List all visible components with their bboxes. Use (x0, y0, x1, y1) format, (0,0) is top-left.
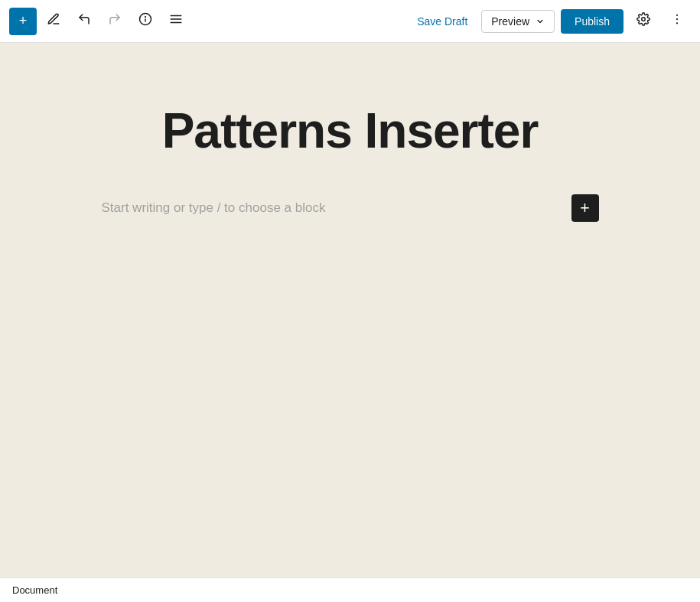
editor-content: Patterns Inserter Start writing or type … (102, 104, 599, 228)
list-view-button[interactable] (162, 8, 190, 35)
tools-button[interactable] (40, 8, 67, 35)
toolbar-right: Save Draft Preview Publish (409, 8, 691, 35)
settings-button[interactable] (630, 8, 657, 35)
editor-area: Patterns Inserter Start writing or type … (0, 43, 700, 578)
plus-icon: + (580, 200, 590, 216)
plus-icon: + (19, 13, 28, 29)
svg-point-9 (676, 22, 678, 24)
redo-button[interactable] (101, 8, 129, 35)
ellipsis-vertical-icon (670, 12, 684, 30)
svg-point-8 (676, 18, 678, 20)
block-placeholder-text: Start writing or type / to choose a bloc… (102, 200, 326, 216)
redo-icon (108, 12, 122, 30)
gear-icon (637, 12, 650, 30)
undo-icon (77, 12, 91, 30)
preview-button[interactable]: Preview (481, 10, 555, 33)
block-placeholder-row[interactable]: Start writing or type / to choose a bloc… (102, 188, 599, 228)
more-options-button[interactable] (663, 8, 691, 35)
publish-button[interactable]: Publish (561, 9, 623, 34)
status-bar: Document (0, 578, 700, 602)
preview-label: Preview (491, 15, 529, 28)
undo-button[interactable] (70, 8, 98, 35)
svg-point-6 (642, 18, 646, 21)
chevron-down-icon (536, 17, 545, 26)
toolbar-left: + (9, 8, 409, 35)
document-label: Document (12, 584, 57, 596)
info-icon (138, 12, 152, 30)
svg-point-7 (676, 15, 678, 16)
info-button[interactable] (132, 8, 159, 35)
pencil-icon (47, 12, 60, 30)
add-block-toolbar-button[interactable]: + (9, 8, 37, 35)
save-draft-button[interactable]: Save Draft (409, 11, 475, 32)
toolbar: + (0, 0, 700, 43)
list-view-icon (169, 12, 183, 30)
post-title[interactable]: Patterns Inserter (102, 104, 599, 158)
add-block-button[interactable]: + (571, 194, 599, 222)
